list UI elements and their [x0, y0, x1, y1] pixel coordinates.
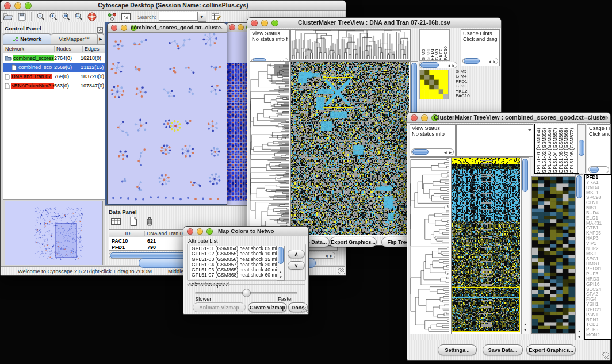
col-nodes[interactable]: Nodes: [55, 46, 83, 52]
network-list-row[interactable]: combined_sco2569(6)13112(15): [3, 63, 105, 72]
scrollbar-arrows[interactable]: ◀ ▶: [325, 254, 333, 258]
annotation-icon[interactable]: [121, 12, 131, 21]
minimize-button[interactable]: [197, 228, 203, 235]
minimize-button[interactable]: [238, 24, 244, 30]
delete-attribute-icon[interactable]: [145, 216, 154, 227]
speed-slider-thumb[interactable]: [242, 289, 251, 297]
zoom-out-icon[interactable]: [36, 12, 45, 21]
network-canvas[interactable]: [108, 33, 225, 203]
column-labels-vscrollbar[interactable]: [577, 124, 586, 173]
gene-name[interactable]: VIP1: [586, 241, 611, 246]
attribute-list-item[interactable]: GPL51-06 (GSM865) heat shock 40 min: [190, 267, 277, 273]
minimize-button[interactable]: [421, 114, 428, 121]
close-button[interactable]: [411, 114, 418, 121]
scrollbar-thumb[interactable]: [420, 62, 439, 68]
gene-name[interactable]: RNR4: [586, 185, 611, 190]
dense-network-canvas[interactable]: [227, 63, 247, 201]
gene-name[interactable]: KAP95: [586, 231, 611, 236]
close-button[interactable]: [229, 24, 235, 30]
attribute-table-icon[interactable]: [211, 12, 221, 21]
zoom-button[interactable]: [271, 20, 278, 26]
minimize-button[interactable]: [261, 20, 268, 26]
gene-name[interactable]: PEP5: [586, 327, 611, 332]
gene-name[interactable]: YRA1: [586, 180, 611, 185]
close-button[interactable]: [4, 2, 11, 9]
scroll-up-arrow[interactable]: ▲: [576, 329, 583, 334]
export-graphics-button[interactable]: Export Graphics...: [330, 237, 377, 247]
scrollbar-thumb[interactable]: [464, 58, 480, 64]
gene-name[interactable]: SEC1: [586, 256, 611, 262]
treeview2-vscrollbar[interactable]: ▲ ▼: [521, 157, 529, 334]
column-dendrogram-canvas[interactable]: [291, 30, 409, 59]
dialog-title-bar[interactable]: Map Colors to Network: [183, 227, 308, 236]
tab-network[interactable]: Network: [3, 33, 51, 44]
detail-hscrollbar[interactable]: ◀ ▶: [419, 62, 457, 68]
scroll-down-arrow[interactable]: ▼: [576, 335, 583, 339]
treeview1-title-bar[interactable]: ClusterMaker TreeView : DNA and Tran 07-…: [247, 18, 501, 28]
zoom-button[interactable]: [25, 2, 32, 9]
scroll-down-arrow[interactable]: ▼: [277, 275, 284, 279]
save-icon[interactable]: [17, 12, 26, 21]
gene-list-vscrollbar[interactable]: ▲ ▼: [575, 174, 583, 341]
attribute-list[interactable]: GPL51-01 (GSM854) heat shock 05 minGPL51…: [190, 246, 277, 279]
gene-name[interactable]: TCB3: [586, 322, 611, 327]
resize-grip[interactable]: [338, 268, 345, 274]
select-attributes-icon[interactable]: [110, 216, 122, 227]
gene-name[interactable]: PAN1: [586, 312, 611, 317]
zoom-button[interactable]: [206, 228, 213, 235]
close-button[interactable]: [111, 25, 117, 31]
main-title-bar[interactable]: Cytoscape Desktop (Session Name: collins…: [1, 1, 346, 11]
zoom-in-icon[interactable]: [49, 12, 58, 21]
gene-name[interactable]: NTR2: [586, 246, 611, 251]
gene-name[interactable]: PHO81: [586, 266, 611, 271]
gene-name[interactable]: MSI1: [586, 251, 611, 256]
gene-name[interactable]: GTB1: [586, 225, 611, 231]
usage-hints-scrollbar[interactable]: ◀ ▶: [462, 58, 498, 64]
scroll-up-arrow[interactable]: ▲: [277, 270, 284, 274]
vizmapper-icon[interactable]: [107, 12, 117, 21]
minimize-button[interactable]: [121, 25, 127, 31]
gene-name[interactable]: NIS1: [586, 205, 611, 210]
gene-name[interactable]: HAP3: [586, 236, 611, 241]
network-overview-thumbnail[interactable]: [5, 201, 101, 263]
attribute-list-item[interactable]: GPL51-02 (GSM855) heat shock 10 min: [190, 251, 277, 256]
scrollbar-thumb[interactable]: [278, 247, 284, 264]
new-attribute-icon[interactable]: [129, 216, 138, 227]
scrollbar-thumb[interactable]: [522, 159, 528, 192]
scrollbar-thumb[interactable]: [576, 175, 582, 198]
gene-name[interactable]: SPC98: [586, 195, 611, 200]
zoom-fit-icon[interactable]: 1:1: [74, 12, 83, 21]
search-dropdown-button[interactable]: ▼: [198, 12, 206, 22]
network-list-row[interactable]: combined_scores2764(0)16218(0): [3, 53, 105, 63]
pan-arrows[interactable]: ◂▸: [528, 127, 531, 131]
col-id[interactable]: ID: [109, 231, 145, 236]
attribute-list-vscrollbar[interactable]: ▲ ▼: [277, 246, 285, 281]
gene-name[interactable]: HMG1: [586, 261, 611, 266]
attribute-list-item[interactable]: GPL51-03 (GSM856) heat shock 15 min: [190, 257, 277, 262]
scroll-down-arrow[interactable]: ▼: [522, 328, 529, 332]
treeview2-title-bar[interactable]: ClusterMaker TreeView : combined_scores_…: [407, 113, 610, 123]
scrollbar-thumb[interactable]: [590, 167, 599, 173]
animate-vizmap-button[interactable]: Animate Vizmap: [193, 302, 246, 312]
search-combobox[interactable]: ▼: [159, 12, 206, 22]
treeview2-heatmap-canvas[interactable]: [452, 158, 520, 332]
gene-name[interactable]: RPO21: [586, 307, 611, 312]
network-list-row[interactable]: DNA and Tran 07769(0)183728(0): [3, 72, 105, 81]
gene-name[interactable]: HRD3: [586, 277, 611, 282]
gene-name[interactable]: ELG1: [586, 216, 611, 221]
row-dendrogram-canvas[interactable]: [250, 62, 289, 235]
gene-name[interactable]: BUD4: [586, 210, 611, 216]
gene-name[interactable]: RPN1: [586, 317, 611, 323]
close-button[interactable]: [251, 20, 258, 26]
move-up-button[interactable]: ∧: [288, 250, 305, 258]
resize-grip[interactable]: [602, 352, 609, 359]
gene-name[interactable]: MON2: [586, 332, 611, 338]
settings-button[interactable]: Settings...: [438, 344, 477, 355]
scrollbar-thumb[interactable]: [412, 149, 429, 155]
help-lifering-icon[interactable]: [87, 12, 97, 22]
attribute-list-item[interactable]: GPL51-04 (GSM857) heat shock 20 min: [190, 262, 277, 267]
gene-name[interactable]: GPI16: [586, 282, 611, 287]
gene-name[interactable]: YSH1: [586, 302, 611, 307]
attribute-list-item[interactable]: GPL51-07 (GSM868) heat shock 60 min: [190, 273, 277, 278]
gene-name[interactable]: PUF3: [586, 271, 611, 277]
